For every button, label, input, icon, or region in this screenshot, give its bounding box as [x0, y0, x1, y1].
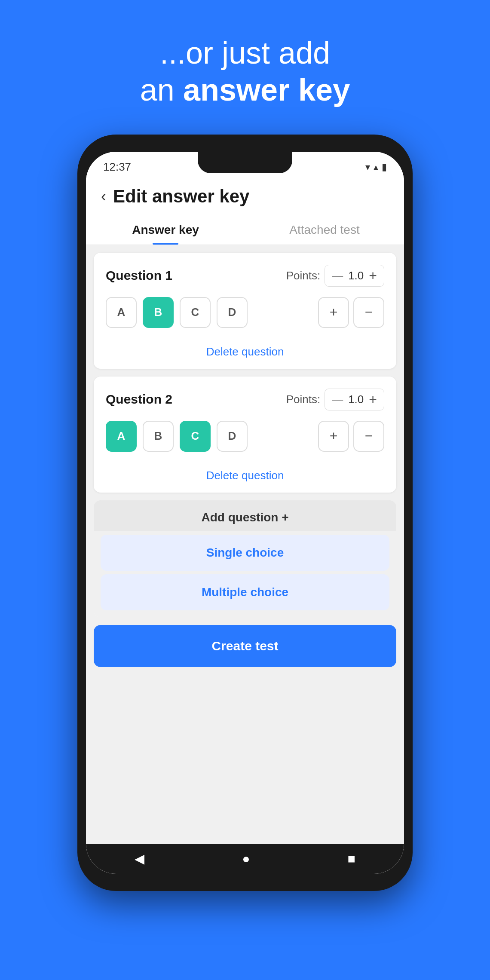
top-bar: ‹ Edit answer key	[86, 178, 404, 215]
question-2-choice-C[interactable]: C	[180, 421, 211, 452]
question-2-points-label: Points:	[286, 393, 321, 406]
question-1-plus-btn[interactable]: +	[369, 268, 377, 284]
question-1-choice-B[interactable]: B	[143, 297, 174, 328]
battery-icon: ▮	[382, 162, 387, 173]
question-2-label: Question 2	[106, 392, 172, 407]
header-line1: ...or just add	[140, 34, 350, 71]
page-header: ...or just add an answer key	[140, 34, 350, 109]
question-2-remove-choice-btn[interactable]: −	[353, 421, 384, 452]
single-choice-btn[interactable]: Single choice	[101, 535, 389, 571]
signal-icon: ▴	[374, 162, 378, 173]
header-line2-prefix: an	[140, 73, 183, 107]
question-1-add-remove-btns: + −	[318, 297, 384, 328]
phone-shell: 12:37 ▾ ▴ ▮ ‹ Edit answer key Answer key…	[77, 135, 413, 891]
question-1-choice-C[interactable]: C	[180, 297, 211, 328]
scroll-content: Question 1 Points: — 1.0 + A B	[86, 245, 404, 844]
back-button[interactable]: ‹	[101, 187, 106, 205]
tabs: Answer key Attached test	[86, 215, 404, 245]
status-time: 12:37	[103, 160, 131, 174]
page-title: Edit answer key	[113, 186, 249, 207]
question-1-header: Question 1 Points: — 1.0 +	[106, 265, 384, 287]
question-2-header: Question 2 Points: — 1.0 +	[106, 389, 384, 410]
create-test-button[interactable]: Create test	[94, 625, 396, 667]
nav-back-btn[interactable]: ◀	[135, 851, 144, 866]
question-1-minus-btn[interactable]: —	[332, 269, 343, 282]
question-card-1: Question 1 Points: — 1.0 + A B	[94, 253, 396, 369]
notch	[198, 152, 292, 173]
question-1-delete-link[interactable]: Delete question	[106, 337, 384, 369]
question-2-add-choice-btn[interactable]: +	[318, 421, 349, 452]
app-content: ‹ Edit answer key Answer key Attached te…	[86, 178, 404, 844]
phone-screen: 12:37 ▾ ▴ ▮ ‹ Edit answer key Answer key…	[86, 152, 404, 874]
tab-answer-key[interactable]: Answer key	[86, 215, 245, 245]
question-1-add-choice-btn[interactable]: +	[318, 297, 349, 328]
tab-attached-test[interactable]: Attached test	[245, 215, 404, 245]
question-2-plus-btn[interactable]: +	[369, 392, 377, 407]
question-2-points-box: — 1.0 +	[325, 389, 384, 410]
question-1-points-box: — 1.0 +	[325, 265, 384, 287]
bottom-nav: ◀ ● ■	[86, 844, 404, 874]
question-2-choice-A[interactable]: A	[106, 421, 137, 452]
question-2-points-value: 1.0	[348, 393, 364, 406]
question-1-points-value: 1.0	[348, 269, 364, 282]
nav-home-btn[interactable]: ●	[242, 851, 250, 866]
question-card-2: Question 2 Points: — 1.0 + A B	[94, 377, 396, 493]
question-1-choices-row: A B C D + −	[106, 297, 384, 328]
question-2-choice-D[interactable]: D	[217, 421, 248, 452]
question-1-choice-A[interactable]: A	[106, 297, 137, 328]
question-1-points-label: Points:	[286, 269, 321, 282]
question-1-remove-choice-btn[interactable]: −	[353, 297, 384, 328]
question-2-choices-row: A B C D + −	[106, 421, 384, 452]
question-2-points-control: Points: — 1.0 +	[286, 389, 384, 410]
question-2-delete-link[interactable]: Delete question	[106, 460, 384, 493]
status-icons: ▾ ▴ ▮	[365, 162, 387, 173]
multiple-choice-btn[interactable]: Multiple choice	[101, 574, 389, 610]
header-line2-bold: answer key	[183, 73, 350, 107]
wifi-icon: ▾	[365, 162, 370, 173]
question-2-choice-B[interactable]: B	[143, 421, 174, 452]
add-question-header: Add question +	[94, 500, 396, 531]
question-1-points-control: Points: — 1.0 +	[286, 265, 384, 287]
add-question-section: Add question + Single choice Multiple ch…	[94, 500, 396, 617]
question-2-add-remove-btns: + −	[318, 421, 384, 452]
question-1-label: Question 1	[106, 268, 172, 283]
nav-recent-btn[interactable]: ■	[347, 851, 355, 866]
question-2-minus-btn[interactable]: —	[332, 393, 343, 406]
question-1-choice-D[interactable]: D	[217, 297, 248, 328]
